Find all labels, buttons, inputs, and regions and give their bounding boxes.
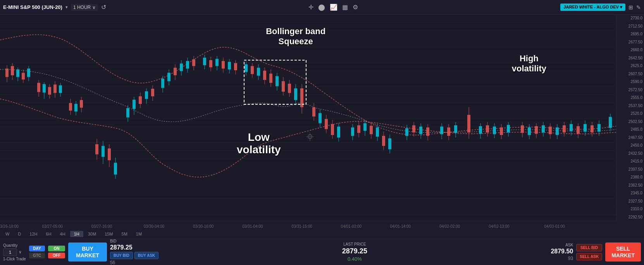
sell-ask-button[interactable]: SELL ASK (576, 253, 602, 260)
sell-market-button[interactable]: SELLMARKET (605, 242, 641, 262)
svg-rect-39 (43, 84, 46, 93)
last-price-value: 2879.25 (342, 247, 367, 255)
tab-15M[interactable]: 15M (101, 231, 117, 237)
tab-6H[interactable]: 6H (42, 231, 55, 237)
timeframe-tabs: W D 12H 6H 4H 1H 30M 15M 5M 1M (0, 229, 616, 239)
calendar-icon[interactable]: ▦ (342, 3, 348, 11)
price-tick: 2660.0 (618, 48, 642, 52)
time-axis-container: 3/26-18:00 03/27-05:00 03/27-16:00 03/30… (0, 221, 644, 229)
quantity-input[interactable] (3, 248, 17, 256)
svg-rect-177 (563, 125, 566, 132)
svg-rect-181 (577, 126, 580, 134)
time-axis: 3/26-18:00 03/27-05:00 03/27-16:00 03/30… (0, 221, 616, 229)
price-axis-spacer (616, 221, 644, 229)
header-bar: E-MINI S&P 500 (JUN-20) ▾ 1 HOUR ∨ ↺ ✛ ⬤… (0, 0, 644, 15)
price-tick: 2345.0 (618, 191, 642, 195)
price-tick: 2537.50 (618, 104, 642, 108)
price-tick: 2502.50 (618, 120, 642, 124)
last-price-change: 0.40% (348, 256, 362, 262)
on-off-section: ON OFF (48, 246, 65, 258)
price-tick: 2327.50 (618, 199, 642, 203)
svg-rect-81 (192, 59, 195, 66)
svg-rect-189 (609, 117, 612, 128)
svg-rect-129 (363, 123, 367, 131)
off-button[interactable]: OFF (48, 253, 65, 258)
price-tick: 2712.50 (618, 24, 642, 28)
svg-rect-155 (479, 126, 482, 134)
refresh-icon[interactable]: ↺ (101, 3, 106, 11)
buy-market-button[interactable]: BUYMARKET (68, 242, 107, 262)
price-tick: 2555.0 (618, 96, 642, 100)
svg-rect-121 (331, 124, 334, 135)
tab-D[interactable]: D (14, 231, 25, 237)
price-tick: 2572.50 (618, 88, 642, 92)
chart-main: Bollinger band Squeeze High volatility L… (0, 15, 616, 221)
chart-type-icon[interactable]: 📈 (330, 3, 337, 11)
svg-rect-131 (370, 126, 373, 134)
time-label: 03/31-04:00 (242, 224, 263, 229)
trade-icon[interactable]: ⬤ (318, 3, 325, 11)
time-label: 04/01-03:00 (341, 224, 362, 229)
price-axis: 2730.0 2712.50 2695.0 2677.50 2660.0 264… (616, 15, 644, 221)
svg-rect-169 (535, 126, 538, 134)
chart-area: Bollinger band Squeeze High volatility L… (0, 15, 644, 221)
bid-section: BID 2879.25 BUY BID BUY ASK 56 (110, 239, 158, 265)
price-tick: 2450.0 (618, 144, 642, 147)
header-right: JARED WHITE - ALGO DEV ▾ ⊞ ✎ (560, 3, 641, 11)
svg-rect-125 (351, 127, 354, 136)
buy-bid-button[interactable]: BUY BID (110, 252, 133, 259)
quantity-dropdown-icon[interactable]: ∨ (19, 249, 22, 255)
ask-value: 2879.50 (551, 248, 573, 255)
tab-1H[interactable]: 1H (70, 231, 83, 237)
svg-rect-167 (528, 127, 531, 135)
svg-rect-135 (382, 136, 385, 146)
price-tick: 2432.50 (618, 152, 642, 156)
svg-rect-35 (27, 69, 30, 77)
svg-rect-187 (598, 124, 601, 132)
edit-icon[interactable]: ✎ (636, 4, 641, 10)
quantity-input-row: ∨ (3, 248, 22, 256)
day-gtc-section: DAY GTC (29, 246, 45, 258)
buy-ask-button[interactable]: BUY ASK (134, 252, 158, 259)
time-label: 04/01-14:00 (390, 224, 411, 229)
quantity-section: Quantity ∨ 1-Click Trade (3, 243, 26, 261)
price-tick: 2607.50 (618, 72, 642, 76)
tab-30M[interactable]: 30M (84, 231, 100, 237)
svg-rect-91 (228, 62, 231, 69)
tab-W[interactable]: W (2, 231, 13, 237)
timeframe-selector[interactable]: 1 HOUR ∨ (71, 4, 98, 11)
chart-svg (0, 15, 616, 221)
settings-icon[interactable]: ⚙ (353, 3, 358, 11)
day-button[interactable]: DAY (29, 246, 45, 251)
svg-rect-151 (454, 125, 457, 133)
svg-rect-123 (337, 126, 340, 137)
svg-rect-61 (126, 108, 129, 118)
tab-4H[interactable]: 4H (56, 231, 69, 237)
svg-rect-163 (507, 125, 510, 133)
time-label: 04/02-02:00 (439, 224, 460, 229)
ask-sub-value: 93 (568, 256, 573, 261)
quantity-label: Quantity (3, 243, 17, 248)
time-label: 03/30-16:00 (193, 224, 214, 229)
header-left: E-MINI S&P 500 (JUN-20) ▾ 1 HOUR ∨ ↺ (3, 3, 106, 11)
time-label: 03/31-15:00 (291, 224, 312, 229)
last-price-label: LAST PRICE (343, 242, 366, 246)
svg-rect-55 (102, 146, 105, 157)
svg-rect-67 (145, 91, 148, 99)
bid-sub-buttons: BUY BID BUY ASK (110, 252, 158, 259)
svg-rect-101 (263, 71, 266, 80)
on-button[interactable]: ON (48, 246, 65, 251)
gtc-button[interactable]: GTC (29, 253, 45, 258)
tab-1M[interactable]: 1M (132, 231, 146, 237)
price-tick: 2590.0 (618, 80, 642, 84)
svg-rect-49 (74, 104, 77, 112)
sell-bid-button[interactable]: SELL BID (576, 244, 602, 251)
svg-rect-165 (521, 125, 524, 133)
user-badge[interactable]: JARED WHITE - ALGO DEV ▾ (560, 3, 625, 11)
layout-icon[interactable]: ⊞ (629, 4, 633, 10)
tab-5M[interactable]: 5M (118, 231, 131, 237)
svg-rect-87 (215, 59, 219, 66)
instrument-dropdown-icon[interactable]: ▾ (65, 5, 68, 10)
tab-12H[interactable]: 12H (26, 231, 41, 237)
crosshair-icon[interactable]: ✛ (308, 3, 313, 11)
